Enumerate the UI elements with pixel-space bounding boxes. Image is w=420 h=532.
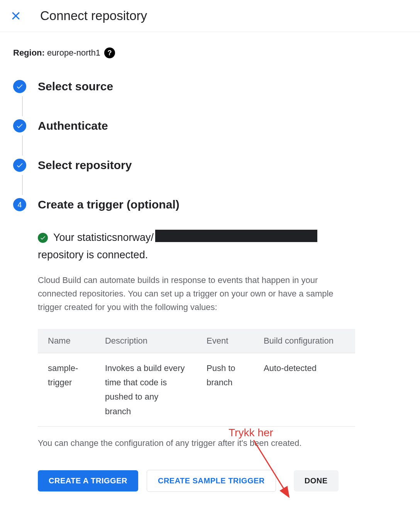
step-select-source[interactable]: Select source [13,80,407,93]
region-value: europe-north1 [47,48,100,58]
check-icon [13,159,26,172]
annotation-text: Trykk her [229,427,273,439]
redacted-text [155,230,317,242]
step-authenticate[interactable]: Authenticate [13,119,407,132]
cell-name: sample-trigger [38,353,95,427]
th-description: Description [95,329,196,353]
content: Region: europe-north1 ? Select source Au… [0,32,420,507]
step-title: Authenticate [38,119,108,132]
help-icon[interactable]: ? [104,47,115,58]
close-icon[interactable] [10,10,22,22]
step-body: Your statisticsnorway/ repository is con… [13,211,355,492]
th-build: Build configuration [254,329,355,353]
done-button[interactable]: DONE [294,470,339,491]
cell-build: Auto-detected [254,353,355,427]
table-header-row: Name Description Event Build configurati… [38,329,355,353]
page-title: Connect repository [40,8,147,23]
th-event: Event [196,329,254,353]
table-row: sample-trigger Invokes a build every tim… [38,353,355,427]
button-row: CREATE A TRIGGER CREATE SAMPLE TRIGGER D… [38,470,355,492]
step-number-icon: 4 [13,198,26,211]
step-title: Create a trigger (optional) [38,198,180,211]
stepper: Select source Authenticate Select reposi… [13,80,407,492]
success-icon [38,233,48,243]
step-select-repository[interactable]: Select repository [13,159,407,172]
description-text: Cloud Build can automate builds in respo… [38,273,355,314]
step-connector [22,136,23,156]
region-row: Region: europe-north1 ? [13,47,407,58]
status-text-suffix: repository is connected. [38,247,355,263]
step-create-trigger[interactable]: 4 Create a trigger (optional) [13,198,407,211]
step-title: Select repository [38,159,132,172]
th-name: Name [38,329,95,353]
step-connector [22,96,23,116]
create-trigger-button[interactable]: CREATE A TRIGGER [38,470,138,491]
check-icon [13,119,26,132]
create-sample-trigger-button[interactable]: CREATE SAMPLE TRIGGER [147,470,276,492]
step-connector [22,175,23,195]
footer-note: You can change the configuration of any … [38,438,355,448]
status-line: Your statisticsnorway/ [38,230,355,246]
annotation: Trykk her [229,427,273,439]
page-header: Connect repository [0,0,420,32]
check-icon [13,80,26,93]
cell-event: Push to branch [196,353,254,427]
cell-description: Invokes a build every time that code is … [95,353,196,427]
status-text-prefix: Your statisticsnorway/ [53,230,154,246]
region-label: Region: [13,48,45,58]
trigger-table: Name Description Event Build configurati… [38,329,355,427]
step-title: Select source [38,80,113,93]
